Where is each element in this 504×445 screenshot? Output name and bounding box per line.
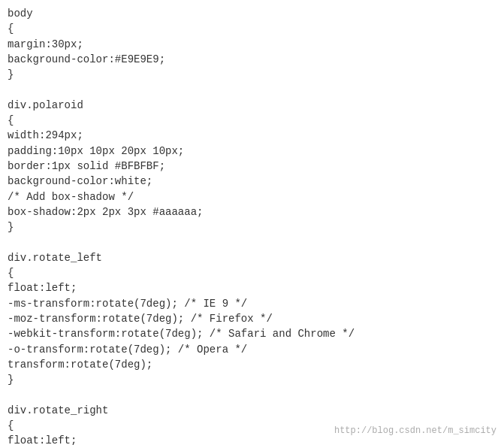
code-line	[0, 387, 504, 402]
code-line: }	[0, 372, 504, 387]
code-line	[0, 235, 504, 250]
code-line: div.rotate_left	[0, 250, 504, 265]
code-line: padding:10px 10px 20px 10px;	[0, 144, 504, 159]
code-line: {	[0, 113, 504, 128]
code-line: width:294px;	[0, 128, 504, 143]
code-line: -ms-transform:rotate(7deg); /* IE 9 */	[0, 296, 504, 311]
watermark: http://blog.csdn.net/m_simcity	[334, 425, 496, 436]
code-line: background-color:#E9E9E9;	[0, 52, 504, 67]
code-line: margin:30px;	[0, 37, 504, 52]
code-line: border:1px solid #BFBFBF;	[0, 159, 504, 174]
code-line: div.polaroid	[0, 98, 504, 113]
code-line: -moz-transform:rotate(7deg); /* Firefox …	[0, 311, 504, 326]
code-line: background-color:white;	[0, 174, 504, 189]
code-line: {	[0, 21, 504, 36]
code-line: {	[0, 265, 504, 280]
code-line: transform:rotate(7deg);	[0, 357, 504, 372]
code-line: float:left;	[0, 280, 504, 295]
code-line: }	[0, 67, 504, 82]
code-container: body{margin:30px;background-color:#E9E9E…	[0, 0, 504, 445]
code-line: -webkit-transform:rotate(7deg); /* Safar…	[0, 326, 504, 341]
code-line: box-shadow:2px 2px 3px #aaaaaa;	[0, 204, 504, 219]
code-line: body	[0, 6, 504, 21]
code-line: }	[0, 219, 504, 235]
code-line: div.rotate_right	[0, 403, 504, 418]
code-line: -o-transform:rotate(7deg); /* Opera */	[0, 342, 504, 357]
code-line: /* Add box-shadow */	[0, 189, 504, 204]
code-line	[0, 82, 504, 97]
